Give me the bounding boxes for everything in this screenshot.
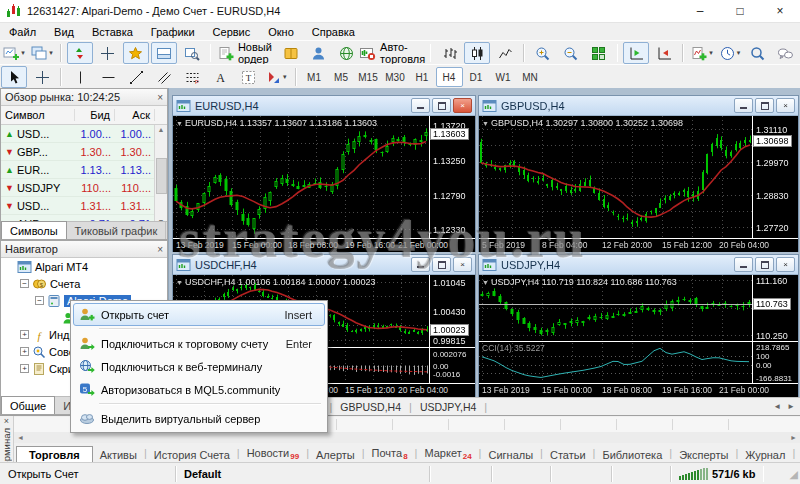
terminal-tab-8[interactable]: Сигналы	[481, 447, 540, 463]
label-tool-button[interactable]: T	[235, 66, 261, 88]
timeframe-d1-button[interactable]: D1	[463, 67, 490, 87]
chart-canvas-usdjpy[interactable]	[479, 275, 798, 384]
terminal-tab-9[interactable]: Статьи	[543, 447, 593, 463]
chart-window-titlebar[interactable]: GBPUSD,H4×	[479, 96, 798, 116]
status-profile[interactable]: Default	[176, 466, 430, 482]
context-menu-item[interactable]: Подключиться к торговому счетуEnter	[73, 332, 325, 355]
menu-item-1[interactable]: Файл	[0, 25, 45, 39]
resize-grip-icon[interactable]: ◢	[790, 468, 798, 481]
chart-restore-button[interactable]	[755, 257, 774, 272]
timeframe-m5-button[interactable]: M5	[328, 67, 355, 87]
terminal-tab-7[interactable]: Маркет24	[417, 445, 478, 463]
terminal-tab-10[interactable]: Библиотека	[595, 447, 669, 463]
chart-window-eurusd[interactable]: EURUSD,H4×▼EURUSD,H4 1.13357 1.13607 1.1…	[172, 95, 476, 252]
window-maximize-button[interactable]: □	[720, 0, 760, 22]
terminal-scroll-right-icon[interactable]: ►	[790, 434, 797, 441]
chart-tab-usdjpy[interactable]: USDJPY,H4	[412, 401, 484, 413]
chart-canvas-gbpusd[interactable]	[479, 116, 798, 239]
terminal-tab-3[interactable]: История Счета	[147, 447, 237, 463]
menu-item-2[interactable]: Вид	[45, 25, 83, 39]
auto-scroll-button[interactable]	[623, 42, 649, 64]
terminal-tab-1[interactable]: Торговля	[16, 446, 93, 463]
terminal-tab-12[interactable]: Журнал	[738, 447, 792, 463]
context-menu-item[interactable]: Открыть счетInsert	[73, 303, 325, 326]
market-watch-col-3[interactable]: Аск	[115, 109, 155, 121]
navigator-tab-common[interactable]: Общие	[1, 396, 55, 414]
market-watch-row[interactable]: ▲EUR...1.13...1.13...	[1, 161, 167, 179]
timeframe-m30-button[interactable]: M30	[382, 67, 409, 87]
terminal-close-icon[interactable]: ×	[4, 416, 9, 427]
chart-close-button[interactable]: ×	[453, 98, 472, 113]
timeframe-mn-button[interactable]: MN	[517, 67, 544, 87]
vertical-line-button[interactable]	[67, 66, 93, 88]
market-watch-row[interactable]: ▼USDJPY110....110....	[1, 179, 167, 197]
chart-dropdown-icon[interactable]: ▼	[176, 120, 183, 127]
tab-scroll-left-icon[interactable]: ◄	[773, 402, 781, 411]
terminal-tab-5[interactable]: Алерты	[309, 447, 362, 463]
context-menu-item[interactable]: Подключиться к веб-терминалу	[73, 355, 325, 378]
terminal-scrollbar[interactable]: ◄ ►	[14, 432, 800, 443]
crosshair-tool-button[interactable]	[29, 66, 55, 88]
search-button[interactable]	[745, 42, 771, 64]
chart-restore-button[interactable]	[432, 257, 451, 272]
market-watch-toggle-button[interactable]	[67, 42, 93, 64]
timeframe-h4-button[interactable]: H4	[436, 67, 463, 87]
tab-scroll-right-icon[interactable]: ►	[787, 402, 795, 411]
navigator-close-icon[interactable]: ×	[157, 244, 163, 255]
chart-minimize-button[interactable]	[411, 257, 430, 272]
chart-restore-button[interactable]	[432, 98, 451, 113]
community-button[interactable]	[306, 42, 332, 64]
market-watch-tab-symbols[interactable]: Символы	[1, 221, 67, 239]
menu-item-3[interactable]: Вставка	[83, 25, 142, 39]
chart-minimize-button[interactable]	[411, 98, 430, 113]
chart-shift-button[interactable]	[651, 42, 677, 64]
timeframe-w1-button[interactable]: W1	[490, 67, 517, 87]
market-watch-col-2[interactable]: Бид	[75, 109, 115, 121]
menu-item-5[interactable]: Сервис	[204, 25, 260, 39]
terminal-tab-11[interactable]: Эксперты	[672, 447, 735, 463]
market-watch-close-icon[interactable]: ×	[157, 92, 163, 103]
zoom-out-button[interactable]	[558, 42, 584, 64]
chart-window-titlebar[interactable]: USDCHF,H4×	[173, 255, 475, 275]
timeframe-h1-button[interactable]: H1	[409, 67, 436, 87]
signals-button[interactable]	[334, 42, 360, 64]
chat-button[interactable]	[773, 42, 799, 64]
chart-close-button[interactable]: ×	[776, 257, 795, 272]
metaeditor-button[interactable]	[278, 42, 304, 64]
market-watch-tab-tick-chart[interactable]: Тиковый график	[67, 222, 167, 239]
market-watch-scrollbar[interactable]: ▲▼	[154, 125, 167, 226]
bars-chart-button[interactable]	[436, 42, 462, 64]
expand-icon[interactable]: +	[20, 347, 29, 356]
chart-minimize-button[interactable]	[734, 98, 753, 113]
zoom-in-button[interactable]	[530, 42, 556, 64]
chart-minimize-button[interactable]	[734, 257, 753, 272]
autotrading-button[interactable]: Авто-торговля	[362, 42, 425, 64]
context-menu-item[interactable]: 5Авторизоваться в MQL5.community	[73, 378, 325, 401]
shapes-button[interactable]: ▾	[263, 66, 290, 88]
chart-close-button[interactable]: ×	[453, 257, 472, 272]
chart-window-gbpusd[interactable]: GBPUSD,H4×▼GBPUSD,H4 1.30297 1.30800 1.3…	[478, 95, 799, 252]
chart-dropdown-icon[interactable]: ▼	[482, 120, 489, 127]
collapse-icon[interactable]: −	[35, 296, 44, 305]
menu-item-4[interactable]: Графики	[142, 25, 204, 39]
chart-window-usdjpy[interactable]: USDJPY,H4×▼USDJPY,H4 110.719 110.824 110…	[478, 254, 799, 397]
chart-tab-gbpusd[interactable]: GBPUSD,H4	[332, 401, 409, 413]
navigator-node-счета[interactable]: −$Счета	[1, 275, 167, 292]
tile-windows-button[interactable]	[586, 42, 612, 64]
equidistant-channel-button[interactable]	[151, 66, 177, 88]
expand-icon[interactable]: +	[20, 330, 29, 339]
text-tool-button[interactable]: A	[207, 66, 233, 88]
chart-window-titlebar[interactable]: EURUSD,H4×	[173, 96, 475, 116]
cursor-button[interactable]	[1, 66, 27, 88]
data-window-button[interactable]	[95, 42, 121, 64]
terminal-tab-4[interactable]: Новости99	[240, 445, 307, 463]
periods-button[interactable]: ▾	[717, 42, 743, 64]
trendline-button[interactable]	[123, 66, 149, 88]
new-order-button[interactable]: Новый ордер	[216, 42, 275, 64]
menu-item-6[interactable]: Окно	[259, 25, 303, 39]
line-chart-button[interactable]	[492, 42, 518, 64]
terminal-scroll-left-icon[interactable]: ◄	[17, 434, 24, 441]
market-watch-col-1[interactable]: Символ	[1, 109, 75, 121]
terminal-tab-2[interactable]: Активы	[93, 447, 144, 463]
chart-dropdown-icon[interactable]: ▼	[482, 279, 489, 286]
